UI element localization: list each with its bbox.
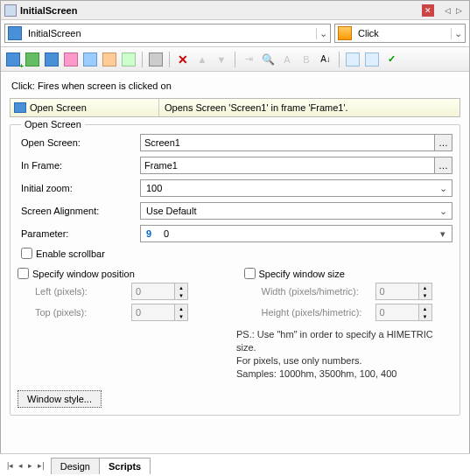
paste-button[interactable] [363, 51, 381, 68]
spin-down-button: ▼ [419, 312, 431, 320]
first-button[interactable]: |◂ [5, 459, 15, 472]
toolbar: ✕ ▲ ▼ ⇥ 🔍 A B A↓ ✓ [1, 47, 469, 72]
tool-6-button[interactable] [101, 51, 118, 68]
spin-up-button: ▲ [175, 284, 187, 291]
tool-a-button[interactable]: A [278, 51, 296, 68]
chevron-down-icon[interactable]: ▾ [436, 228, 450, 240]
height-label: Height (pixels/himetric): [262, 307, 375, 318]
tab-scripts[interactable]: Scripts [99, 458, 151, 474]
chevron-down-icon[interactable]: ⌄ [451, 28, 465, 39]
browse-button[interactable]: … [435, 157, 452, 174]
enable-scrollbar-checkbox[interactable] [21, 248, 32, 259]
copy-button[interactable] [344, 51, 361, 68]
enable-scrollbar-label: Enable scrollbar [36, 248, 105, 259]
delete-button[interactable]: ✕ [174, 51, 192, 68]
top-input [131, 304, 175, 321]
fieldset-legend: Open Screen [21, 119, 85, 130]
browse-button[interactable]: … [435, 134, 452, 151]
chevron-down-icon[interactable]: ⌄ [316, 28, 330, 39]
tool-3-button[interactable] [43, 51, 60, 68]
object-dropdown[interactable]: InitialScreen ⌄ [4, 24, 331, 43]
print-button[interactable] [147, 51, 165, 68]
width-label: Width (pixels/himetric): [262, 286, 375, 297]
content-area: Click: Fires when screen is clicked on O… [1, 72, 469, 458]
specify-size-checkbox[interactable] [244, 268, 256, 279]
screen-alignment-select[interactable]: Use Default ⌄ [140, 202, 452, 220]
left-input [131, 283, 175, 300]
window-title: InitialScreen [20, 5, 418, 16]
find-button[interactable]: 🔍 [259, 51, 277, 68]
indent-button[interactable]: ⇥ [240, 51, 257, 68]
in-frame-input[interactable] [140, 157, 435, 174]
last-button[interactable]: ▸| [36, 459, 46, 472]
in-frame-label: In Frame: [18, 160, 140, 171]
parameter-select[interactable]: 9 0 ▾ [140, 225, 452, 242]
titlebar: InitialScreen ✕ ◁ ▷ [1, 1, 469, 20]
specify-size-label: Specify window size [259, 269, 345, 279]
parameter-label: Parameter: [18, 228, 140, 239]
open-screen-fieldset: Open Screen Open Screen: … In Frame: … I… [10, 124, 460, 416]
add-screen-button[interactable] [4, 51, 22, 68]
next-arrow-icon[interactable]: ▷ [456, 6, 462, 15]
check-button[interactable]: ✓ [382, 51, 400, 68]
chevron-down-icon[interactable]: ⌄ [436, 183, 450, 194]
tool-b-button[interactable]: B [298, 51, 315, 68]
spin-up-button: ▲ [419, 284, 431, 291]
selector-bar: InitialScreen ⌄ Click ⌄ [1, 20, 469, 47]
event-dropdown[interactable]: Click ⌄ [334, 24, 466, 43]
screen-icon [8, 26, 22, 40]
initial-zoom-label: Initial zoom: [18, 183, 140, 193]
specify-position-label: Specify window position [32, 269, 135, 279]
next-button[interactable]: ▸ [26, 459, 34, 472]
height-input [375, 304, 419, 321]
move-down-button[interactable]: ▼ [213, 51, 230, 68]
specify-position-checkbox[interactable] [18, 268, 29, 279]
action-row[interactable]: Open Screen Opens Screen 'Screen1' in fr… [10, 98, 460, 117]
chevron-down-icon[interactable]: ⌄ [436, 206, 450, 217]
action-description: Opens Screen 'Screen1' in frame 'Frame1'… [159, 102, 348, 113]
spin-down-button: ▼ [419, 291, 431, 299]
prev-arrow-icon[interactable]: ◁ [445, 6, 451, 15]
spin-up-button: ▲ [175, 304, 187, 312]
window-icon [4, 4, 17, 17]
screen-icon [14, 102, 26, 113]
initial-zoom-select[interactable]: 100 ⌄ [140, 179, 452, 197]
sort-button[interactable]: A↓ [317, 51, 334, 68]
prev-button[interactable]: ◂ [17, 459, 25, 472]
open-screen-label: Open Screen: [18, 137, 140, 148]
object-dropdown-text: InitialScreen [25, 28, 316, 38]
window-style-button[interactable]: Window style... [18, 390, 102, 408]
left-label: Left (pixels): [35, 286, 131, 297]
hint-text: PS.: Use "hm" in order to specify a HIME… [236, 328, 452, 380]
spin-down-button: ▼ [175, 312, 187, 320]
tool-4-button[interactable] [62, 51, 80, 68]
action-name: Open Screen [30, 102, 87, 113]
width-input [375, 283, 419, 300]
close-button[interactable]: ✕ [422, 4, 434, 17]
tool-7-button[interactable] [120, 51, 137, 68]
event-description: Click: Fires when screen is clicked on [10, 79, 460, 98]
parameter-icon: 9 [146, 228, 157, 239]
open-screen-input[interactable] [140, 134, 435, 151]
lightning-icon [338, 26, 352, 40]
spin-down-button: ▼ [175, 291, 187, 299]
top-label: Top (pixels): [35, 307, 131, 318]
tool-5-button[interactable] [81, 51, 99, 68]
spin-up-button: ▲ [419, 304, 431, 312]
bottom-tab-bar: |◂ ◂ ▸ ▸| Design Scripts [0, 453, 470, 476]
event-dropdown-text: Click [354, 28, 451, 38]
screen-alignment-label: Screen Alignment: [18, 206, 140, 216]
move-up-button[interactable]: ▲ [193, 51, 211, 68]
tool-2-button[interactable] [24, 51, 41, 68]
tab-design[interactable]: Design [51, 458, 100, 474]
